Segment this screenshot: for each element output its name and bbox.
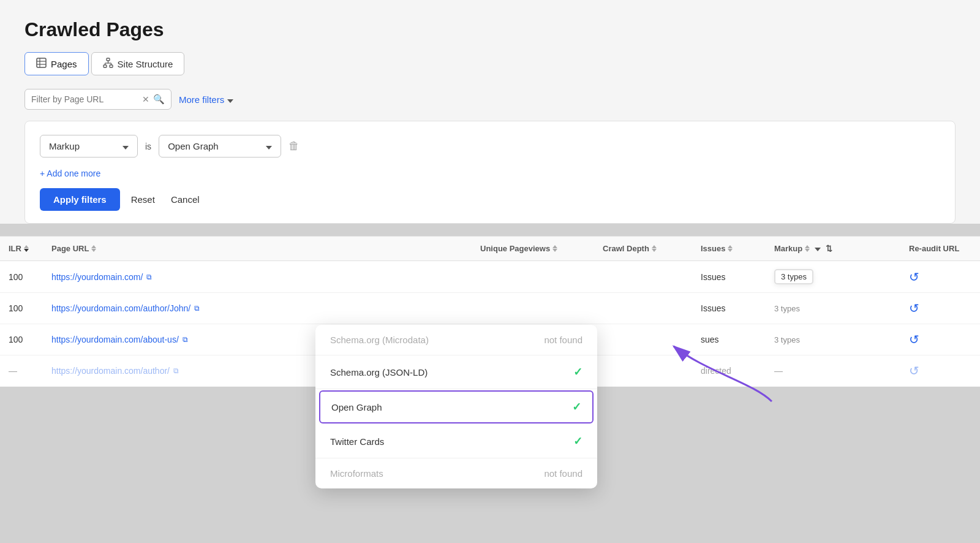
- reset-filters-button[interactable]: Reset: [126, 188, 160, 211]
- markup-text-2: 3 types: [774, 304, 800, 313]
- filter-value-label: Open Graph: [168, 141, 219, 151]
- th-reaudit: Re-audit URL: [900, 237, 980, 260]
- td-crawl-3: [594, 332, 692, 347]
- filter-panel: Markup is Open Graph 🗑 + Add one more Ap…: [24, 121, 956, 224]
- svg-rect-6: [110, 65, 113, 67]
- dropdown-item-jsonld-label: Schema.org (JSON-LD): [330, 367, 428, 378]
- td-reaudit-1[interactable]: ↺: [900, 262, 980, 292]
- url-filter-wrapper: ✕ 🔍: [24, 89, 172, 110]
- dropdown-item-twitter-label: Twitter Cards: [330, 436, 384, 447]
- markup-col-sort2: ⇅: [826, 244, 832, 253]
- th-issues-label: Issues: [701, 244, 725, 253]
- check-icon-opengraph: ✓: [572, 400, 581, 414]
- more-filters-label: More filters: [179, 94, 224, 105]
- filter-type-select[interactable]: Markup: [40, 135, 138, 158]
- url-link-1[interactable]: https://yourdomain.com/: [51, 272, 143, 282]
- th-issues[interactable]: Issues: [692, 237, 766, 260]
- th-url-label: Page URL: [51, 244, 89, 253]
- apply-filters-button[interactable]: Apply filters: [40, 188, 120, 211]
- external-link-icon-3[interactable]: ⧉: [183, 335, 188, 344]
- table-icon: [36, 58, 47, 70]
- external-link-icon-1[interactable]: ⧉: [146, 273, 152, 281]
- table-row: 100 https://yourdomain.com/author/John/ …: [0, 293, 980, 324]
- page-title: Crawled Pages: [24, 18, 956, 41]
- markup-dropdown: Schema.org (Microdata) not found Schema.…: [315, 325, 597, 488]
- td-ilr-1: 100: [0, 264, 43, 290]
- url-link-2[interactable]: https://yourdomain.com/author/John/: [51, 303, 190, 313]
- th-reaudit-label: Re-audit URL: [909, 244, 959, 253]
- dropdown-item-microformats[interactable]: Microformats not found: [315, 458, 597, 488]
- td-crawl-1: [594, 269, 692, 285]
- url-filter-input[interactable]: [31, 94, 138, 104]
- filter-operator-text: is: [145, 142, 151, 151]
- td-pageviews-2: [472, 300, 594, 316]
- filter-type-label: Markup: [49, 141, 80, 151]
- td-url-1: https://yourdomain.com/ ⧉: [43, 264, 472, 290]
- table-row: 100 https://yourdomain.com/ ⧉ Issues 3 t…: [0, 261, 980, 293]
- th-pageviews[interactable]: Unique Pageviews: [472, 237, 594, 260]
- filter-bar: ✕ 🔍 More filters: [24, 89, 956, 110]
- td-ilr-3: 100: [0, 327, 43, 352]
- th-crawl-label: Crawl Depth: [603, 244, 649, 253]
- td-markup-4: —: [766, 358, 900, 384]
- th-crawl[interactable]: Crawl Depth: [594, 237, 692, 260]
- delete-filter-icon[interactable]: 🗑: [288, 140, 300, 153]
- tab-pages-label: Pages: [51, 59, 77, 69]
- sort-crawl-icon: [652, 245, 657, 252]
- th-ilr-label: ILR: [9, 244, 21, 253]
- sort-markup-icon: [805, 245, 810, 252]
- svg-rect-4: [107, 58, 110, 61]
- td-reaudit-4[interactable]: ↺: [900, 355, 980, 386]
- sort-ilr-icon: [24, 245, 29, 252]
- sort-pageviews-icon: [552, 245, 557, 252]
- check-icon-twitter: ✓: [573, 435, 582, 448]
- filter-actions: Apply filters Reset Cancel: [40, 188, 940, 211]
- td-crawl-2: [594, 300, 692, 316]
- dropdown-item-twitter[interactable]: Twitter Cards ✓: [315, 425, 597, 458]
- dropdown-item-microformats-status: not found: [544, 468, 582, 479]
- td-reaudit-2[interactable]: ↺: [900, 293, 980, 324]
- dropdown-item-opengraph[interactable]: Open Graph ✓: [319, 390, 594, 423]
- markup-badge-1: 3 types: [774, 269, 813, 284]
- td-markup-1: 3 types: [766, 261, 900, 292]
- sitemap-icon: [103, 58, 113, 70]
- search-icon[interactable]: 🔍: [153, 94, 165, 105]
- th-ilr[interactable]: ILR: [0, 237, 43, 260]
- clear-filter-icon[interactable]: ✕: [142, 94, 149, 104]
- url-link-4[interactable]: https://yourdomain.com/author/: [51, 366, 170, 376]
- cancel-filters-button[interactable]: Cancel: [166, 188, 205, 211]
- td-markup-2: 3 types: [766, 295, 900, 321]
- td-markup-3: 3 types: [766, 327, 900, 352]
- url-link-3[interactable]: https://yourdomain.com/about-us/: [51, 335, 179, 344]
- tab-site-structure-label: Site Structure: [118, 59, 173, 69]
- filter-value-chevron: [266, 141, 272, 151]
- th-markup-label: Markup: [774, 244, 802, 253]
- sort-issues-icon: [728, 245, 733, 252]
- td-url-2: https://yourdomain.com/author/John/ ⧉: [43, 295, 472, 321]
- check-icon-jsonld: ✓: [573, 365, 582, 379]
- svg-rect-0: [37, 58, 46, 67]
- dropdown-item-opengraph-label: Open Graph: [331, 402, 382, 412]
- tab-site-structure[interactable]: Site Structure: [91, 52, 185, 75]
- dropdown-item-microdata-label: Schema.org (Microdata): [330, 335, 429, 345]
- td-issues-4: directed: [692, 358, 766, 384]
- td-crawl-4: [594, 363, 692, 379]
- add-more-button[interactable]: + Add one more: [40, 169, 940, 178]
- filter-row: Markup is Open Graph 🗑: [40, 135, 940, 158]
- filter-type-chevron: [123, 141, 129, 151]
- table-header: ILR Page URL Unique Pageviews Crawl Dept…: [0, 237, 980, 261]
- th-url[interactable]: Page URL: [43, 237, 472, 260]
- add-more-label: + Add one more: [40, 169, 100, 178]
- tab-pages[interactable]: Pages: [24, 52, 89, 75]
- dropdown-item-jsonld[interactable]: Schema.org (JSON-LD) ✓: [315, 355, 597, 389]
- more-filters-button[interactable]: More filters: [179, 94, 233, 105]
- filter-value-select[interactable]: Open Graph: [159, 135, 281, 158]
- td-issues-3: sues: [692, 327, 766, 352]
- external-link-icon-2[interactable]: ⧉: [194, 304, 200, 313]
- td-reaudit-3[interactable]: ↺: [900, 324, 980, 355]
- td-issues-2: Issues: [692, 295, 766, 321]
- chevron-down-icon: [227, 94, 233, 105]
- th-markup[interactable]: Markup ⇅: [766, 237, 900, 260]
- dropdown-item-microdata[interactable]: Schema.org (Microdata) not found: [315, 325, 597, 355]
- external-link-icon-4[interactable]: ⧉: [173, 366, 179, 375]
